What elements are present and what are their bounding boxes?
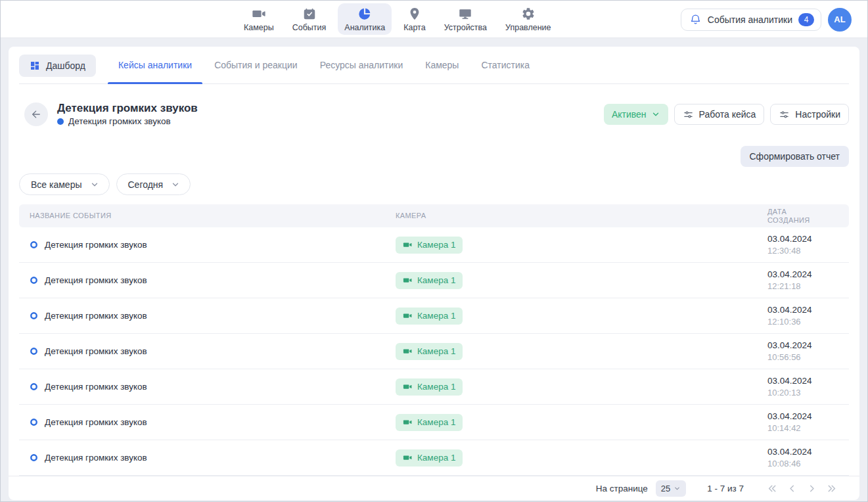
nav-item-map[interactable]: Карта: [397, 3, 432, 35]
tab-cameras[interactable]: Камеры: [415, 55, 469, 83]
date-cell: 03.04.2024 10:14:42: [767, 410, 849, 434]
table-row[interactable]: Детекция громких звуков Камера 1 03.04.2…: [19, 369, 849, 405]
video-camera-icon: [403, 346, 413, 356]
chevron-down-icon: [674, 485, 681, 492]
period-filter-dropdown[interactable]: Сегодня: [116, 173, 191, 195]
page-title: Детекция громких звуков: [57, 101, 198, 115]
event-status-ring-icon: [30, 347, 38, 355]
dashboard-label: Дашборд: [46, 60, 85, 71]
event-name: Детекция громких звуков: [45, 240, 147, 250]
pie-chart-icon: [357, 7, 372, 21]
camera-badge[interactable]: Камера 1: [396, 378, 463, 396]
event-name: Детекция громких звуков: [45, 275, 147, 285]
tabs-row: Дашборд Кейсы аналитики События и реакци…: [19, 55, 849, 84]
camera-name: Камера 1: [417, 417, 455, 427]
tab-analytics-cases[interactable]: Кейсы аналитики: [108, 55, 202, 83]
table-row[interactable]: Детекция громких звуков Камера 1 03.04.2…: [19, 263, 849, 298]
camera-name: Камера 1: [417, 346, 455, 356]
settings-button[interactable]: Настройки: [770, 104, 849, 125]
table-body: Детекция громких звуков Камера 1 03.04.2…: [19, 227, 849, 476]
date-cell: 03.04.2024 10:08:46: [767, 445, 849, 470]
camera-badge[interactable]: Камера 1: [396, 272, 463, 289]
dashboard-button[interactable]: Дашборд: [19, 55, 96, 77]
camera-badge[interactable]: Камера 1: [396, 414, 463, 431]
next-page-button[interactable]: [803, 480, 820, 497]
nav-label: Карта: [403, 23, 425, 32]
main-navigation: Камеры События Аналитика Карта Устройств…: [237, 3, 558, 35]
event-name: Детекция громких звуков: [45, 311, 147, 321]
event-status-ring-icon: [30, 240, 38, 249]
nav-item-cameras[interactable]: Камеры: [237, 3, 281, 35]
event-status-ring-icon: [30, 382, 38, 391]
nav-item-management[interactable]: Управление: [499, 3, 558, 35]
table-row[interactable]: Детекция громких звуков Камера 1 03.04.2…: [19, 405, 849, 440]
tab-events-reactions[interactable]: События и реакции: [204, 55, 308, 83]
table-row[interactable]: Детекция громких звуков Камера 1 03.04.2…: [19, 298, 849, 334]
tab-analytics-resources[interactable]: Ресурсы аналитики: [309, 55, 414, 83]
video-camera-icon: [403, 453, 413, 463]
column-header-camera: КАМЕРА: [396, 212, 767, 220]
event-name-cell: Детекция громких звуков: [19, 453, 396, 463]
status-dropdown[interactable]: Активен: [604, 104, 668, 125]
analytics-events-button[interactable]: События аналитики 4: [681, 9, 821, 31]
nav-label: Аналитика: [344, 23, 385, 32]
generate-report-button[interactable]: Сформировать отчет: [741, 146, 850, 167]
event-status-ring-icon: [30, 276, 38, 285]
nav-item-analytics[interactable]: Аналитика: [338, 3, 392, 35]
camera-cell: Камера 1: [396, 449, 767, 467]
table-row[interactable]: Детекция громких звуков Камера 1 03.04.2…: [19, 440, 849, 476]
sliders-icon: [779, 109, 790, 120]
camera-cell: Камера 1: [396, 272, 767, 289]
camera-badge[interactable]: Камера 1: [396, 308, 463, 325]
table-footer: На странице 25 1 - 7 из 7: [9, 476, 859, 500]
table-row[interactable]: Детекция громких звуков Камера 1 03.04.2…: [19, 334, 849, 369]
chevron-down-icon: [651, 110, 660, 119]
event-time: 12:30:48: [767, 245, 849, 257]
table-row[interactable]: Детекция громких звуков Камера 1 03.04.2…: [19, 227, 849, 263]
event-date: 03.04.2024: [767, 339, 849, 352]
camera-badge[interactable]: Камера 1: [396, 343, 463, 360]
tab-statistics[interactable]: Статистика: [470, 55, 540, 83]
dashboard-grid-icon: [30, 60, 40, 71]
event-name-cell: Детекция громких звуков: [19, 382, 396, 392]
event-name-cell: Детекция громких звуков: [19, 311, 396, 321]
camera-badge[interactable]: Камера 1: [396, 237, 463, 254]
event-time: 10:08:46: [767, 458, 849, 470]
chevron-down-icon: [90, 180, 99, 189]
nav-label: Управление: [505, 23, 551, 32]
event-status-ring-icon: [30, 453, 38, 462]
nav-item-devices[interactable]: Устройства: [438, 3, 493, 35]
case-subtitle-text: Детекция громких звуков: [68, 115, 171, 127]
prev-page-button[interactable]: [783, 480, 800, 497]
date-cell: 03.04.2024 10:56:56: [767, 339, 849, 363]
cameras-filter-dropdown[interactable]: Все камеры: [19, 173, 110, 195]
event-name-cell: Детекция громких звуков: [19, 240, 396, 250]
pager: [764, 480, 840, 497]
camera-cell: Камера 1: [396, 237, 767, 254]
video-camera-icon: [403, 240, 413, 250]
event-name-cell: Детекция громких звуков: [19, 417, 396, 427]
date-cell: 03.04.2024 12:30:48: [767, 233, 849, 257]
nav-item-events[interactable]: События: [286, 3, 333, 35]
event-status-ring-icon: [30, 418, 38, 426]
map-pin-icon: [407, 7, 422, 21]
cameras-filter-value: Все камеры: [31, 179, 82, 190]
event-name-cell: Детекция громких звуков: [19, 346, 396, 356]
case-work-button[interactable]: Работа кейса: [674, 104, 765, 125]
video-camera-icon: [403, 275, 413, 285]
topbar: Камеры События Аналитика Карта Устройств…: [1, 1, 867, 38]
back-button[interactable]: [24, 103, 48, 126]
last-page-button[interactable]: [823, 480, 840, 497]
video-camera-icon: [252, 7, 266, 21]
event-status-ring-icon: [30, 311, 38, 320]
per-page-select[interactable]: 25: [656, 480, 686, 497]
camera-badge[interactable]: Камера 1: [396, 449, 463, 467]
first-page-button[interactable]: [764, 480, 781, 497]
avatar[interactable]: AL: [828, 8, 852, 32]
pagination-range: 1 - 7 из 7: [707, 484, 744, 493]
monitor-icon: [458, 7, 472, 21]
title-block: Детекция громких звуков Детекция громких…: [57, 101, 198, 127]
camera-name: Камера 1: [417, 311, 455, 321]
settings-label: Настройки: [795, 109, 840, 120]
camera-cell: Камера 1: [396, 308, 767, 325]
